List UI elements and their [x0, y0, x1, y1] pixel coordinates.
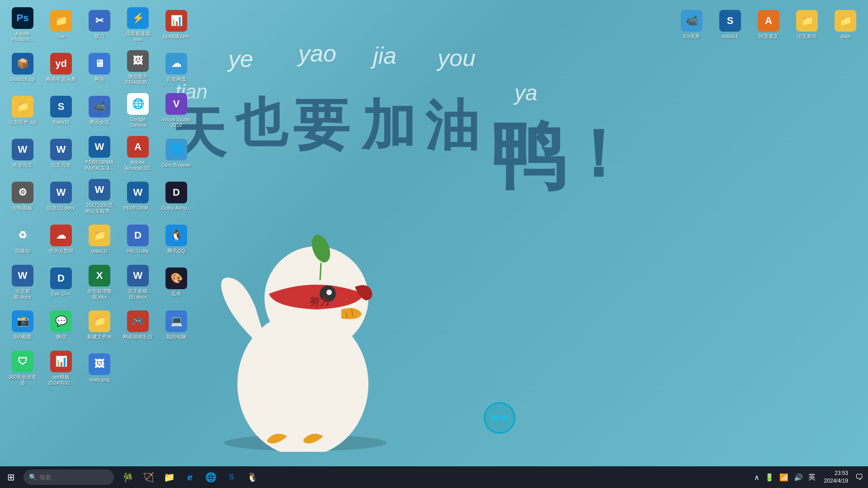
svg-text:🎋: 🎋 [122, 472, 133, 483]
start-button[interactable]: ⊞ [0, 466, 22, 488]
icon-label-my-computer: 我的电脑 [166, 334, 186, 340]
desktop-icon-adobe-photoshop[interactable]: PsAdobe Photosh... [5, 5, 41, 45]
desktop-icon-tian[interactable]: 📁Tian [43, 5, 79, 45]
desktop-icon-adobe-acrobat[interactable]: AAdobe Acrobat DC [120, 133, 156, 174]
icon-label-dev-cpp: Dev C++ [51, 291, 71, 297]
icon-img-dev-cpp: D [50, 267, 72, 289]
tray-volume[interactable]: 🔊 [793, 473, 804, 482]
desktop-icon-kongzhi-mianban[interactable]: ⚙控制面板 [5, 176, 41, 217]
icon-label-huawei-cloud: 华为云空间 [49, 248, 74, 254]
icon-label-mianmei-huiyi: 腾讯会议 [90, 119, 109, 125]
icon-label-lunwen-guan: 论文相关 [797, 33, 817, 39]
icon-img-quanbu-shuju: X [89, 265, 110, 286]
icon-img-lunwen-chugao: W [127, 265, 149, 286]
icon-label-stata18b: Stata18 [52, 119, 70, 125]
desktop-icon-stata-png[interactable]: 🖼stata.png [81, 348, 118, 389]
desktop-icon-lunwen-chuyi[interactable]: W论文初稿.docx [5, 262, 41, 303]
icon-label-weixin-pic: 微信图片20240030... [122, 74, 154, 85]
desktop-icon-recycle-bin[interactable]: ♻回收站 [5, 219, 41, 260]
desktop-icon-360-jietu[interactable]: 📸360截图 [5, 305, 41, 346]
icon-img-adobe-acrobat: A [127, 136, 149, 158]
icon-img-data1-folder: 📁 [89, 225, 110, 246]
icon-label-kongzhi-mianban: 控制面板 [13, 205, 33, 211]
tray-wifi[interactable]: 📶 [778, 473, 790, 482]
icon-img-dolby-atmos: D [165, 182, 187, 203]
icon-img-he1-dta: D [127, 225, 149, 246]
icon-img-360-safe: 🛡 [12, 351, 33, 372]
notification-button[interactable]: 🗨 [855, 473, 863, 482]
desktop-icon-biye-lunwen[interactable]: W毕业论文 [5, 133, 41, 174]
taskbar-app-ie[interactable]: e [180, 467, 200, 487]
icon-img-performa-invoice: W [89, 136, 110, 158]
system-clock[interactable]: 23:53 2024/4/19 [821, 469, 852, 485]
desktop-icon-alibaba[interactable]: A阿里笔文 [750, 5, 787, 45]
desktop-icon-stata18b[interactable]: SStata18 [43, 90, 79, 131]
desktop-icon-he1-dta[interactable]: DHE(1).dta [120, 219, 156, 260]
taskbar-app-arrow[interactable]: 🏹 [138, 467, 158, 487]
pinyin-jia: jia [373, 42, 396, 69]
desktop-icon-baidu-wangpan[interactable]: ☁百度网盘 [158, 47, 194, 88]
desktop-icon-lunwen-chugao[interactable]: W论文初稿(9).docx [120, 262, 156, 303]
tray-lang[interactable]: 英 [807, 473, 817, 482]
icon-img-alibaba: A [758, 10, 779, 32]
desktop-icon-2017-lunwen[interactable]: W20171205范例论文程序... [81, 176, 118, 217]
icon-label-weixin: 微信 [56, 334, 66, 340]
desktop-icon-stata16[interactable]: Sstata16 [712, 5, 748, 45]
desktop-icon-jindiao[interactable]: ✂剪刀 [81, 5, 118, 45]
desktop-icon-cent-browser[interactable]: 🌐Cent Browser [158, 133, 194, 174]
icon-img-kongzhi-mianban: ⚙ [12, 182, 33, 203]
desktop-icon-ppt-moban2[interactable]: 📊ppt模板20240032... [43, 348, 79, 389]
desktop-icon-quanbu-shuju[interactable]: X全部处理数据.xlsx [81, 262, 118, 303]
icon-img-jinjichengzhi: ⚡ [127, 7, 149, 29]
desktop: ye yao jia you ya tian 天 也 要 加 油 鸭 ！ [0, 0, 868, 488]
icon-label-recycle-bin: 回收站 [15, 248, 30, 254]
desktop-icon-jinjichengzhi[interactable]: ⚡迅雷极速版exe [120, 5, 156, 45]
desktop-icon-lunwen-xiezuo-zip[interactable]: 📁论文写作.zip [5, 90, 41, 131]
icon-label-lunwen-xiezuo-zip: 论文写作.zip [9, 119, 36, 125]
desktop-icon-new-folder[interactable]: 📁新建文件夹 [81, 305, 118, 346]
icon-img-ppt-moban: 📊 [165, 10, 187, 32]
desktop-icon-lunwen-xiezuo[interactable]: W论文写作 [43, 133, 79, 174]
desktop-icon-huawei-cloud[interactable]: ☁华为云空间 [43, 219, 79, 260]
desktop-icon-lunwen-guan[interactable]: 📁论文相关 [789, 5, 825, 45]
desktop-icon-weixin-pic[interactable]: 🖼微信图片20240030... [120, 47, 156, 88]
tray-battery[interactable]: 🔋 [764, 473, 775, 482]
desktop-icon-weixin[interactable]: 💬微信 [43, 305, 79, 346]
desktop-icon-data1-folder[interactable]: 📁data(1) [81, 219, 118, 260]
desktop-icon-dolby-atmos[interactable]: DDolby Atmo... [158, 176, 194, 217]
desktop-icon-visual-studio[interactable]: VVisual Studio 2019 [158, 90, 194, 131]
icon-img-new-folder: 📁 [89, 310, 110, 332]
tray-expand[interactable]: ∧ [753, 473, 761, 482]
desktop-icons-left: PsAdobe Photosh...📁Tian✂剪刀⚡迅雷极速版exe📊ppt模… [0, 0, 199, 393]
icon-img-stata18: 📦 [12, 53, 33, 75]
icon-img-stata16: S [719, 10, 741, 32]
icon-label-tencent-qq: 腾讯QQ [167, 248, 185, 254]
desktop-icon-wangyi-yinyue[interactable]: yd网易有道词典 [43, 47, 79, 88]
icon-img-wangyi-jiaoshi: 🎮 [127, 310, 149, 332]
desktop-icon-xinxi-docx[interactable]: W信息(1).docx [43, 176, 79, 217]
taskbar-app-edge[interactable]: 🌐 [201, 467, 221, 487]
desktop-icon-my-computer[interactable]: 💻我的电脑 [158, 305, 194, 346]
desktop-icon-performa2[interactable]: WPERFORM... [120, 176, 156, 217]
taskbar-app-stata[interactable]: S [222, 467, 241, 487]
desktop-icon-stata18[interactable]: 📦Stata18.zip [5, 47, 41, 88]
desktop-icon-data-folder[interactable]: 📁data [827, 5, 863, 45]
desktop-icon-360-safe[interactable]: 🛡360安全浏览器 [5, 348, 41, 389]
taskbar-search-box[interactable]: 🔍 [24, 469, 114, 485]
desktop-icon-huabu[interactable]: 🎨瓜布 [158, 262, 194, 303]
taskbar-app-explorer[interactable]: 📁 [159, 467, 179, 487]
desktop-icon-wang[interactable]: 🖥网络 [81, 47, 118, 88]
desktop-icon-ev-luping[interactable]: 📹EV录屏 [674, 5, 710, 45]
desktop-icon-wangyi-jiaoshi[interactable]: 🎮网易游戏礼仪 [120, 305, 156, 346]
taskbar-app-qq[interactable]: 🐧 [242, 467, 262, 487]
desktop-icon-performa-invoice[interactable]: WPERFORMA INVOICE-1... [81, 133, 118, 174]
timer-widget[interactable]: 00:00 [484, 402, 515, 434]
desktop-icon-dev-cpp[interactable]: DDev C++ [43, 262, 79, 303]
desktop-icon-mianmei-huiyi[interactable]: 📹腾讯会议 [81, 90, 118, 131]
icon-label-google-chrome: Google Chrome [122, 117, 154, 128]
desktop-icon-ppt-moban[interactable]: 📊ppt模板pptx [158, 5, 194, 45]
search-input[interactable] [39, 474, 107, 481]
taskbar-app-bamboo[interactable]: 🎋 [118, 467, 137, 487]
desktop-icon-tencent-qq[interactable]: 🐧腾讯QQ [158, 219, 194, 260]
desktop-icon-google-chrome[interactable]: 🌐Google Chrome [120, 90, 156, 131]
